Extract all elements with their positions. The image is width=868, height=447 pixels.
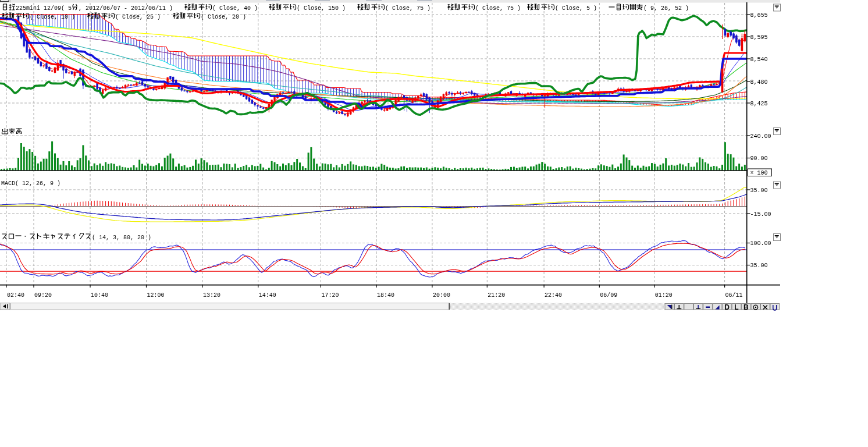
svg-text:MACD( 12, 26, 9 ): MACD( 12, 26, 9 ) [1, 180, 61, 187]
svg-text:D: D [724, 303, 730, 311]
svg-text:02:40: 02:40 [7, 292, 24, 299]
svg-text:-15.00: -15.00 [750, 211, 771, 218]
svg-text:( Close, 5 ): ( Close, 5 ) [555, 5, 597, 12]
svg-text:17:20: 17:20 [321, 292, 339, 299]
svg-text:( Close, 75 ): ( Close, 75 ) [475, 5, 521, 12]
svg-text:35.00: 35.00 [750, 187, 768, 194]
svg-text:8,540: 8,540 [750, 56, 768, 63]
svg-text:240.00: 240.00 [750, 133, 771, 140]
svg-text:8,655: 8,655 [750, 12, 768, 19]
svg-text:225mini 12/09( 5: 225mini 12/09( 5 [16, 5, 72, 12]
svg-text:21:20: 21:20 [488, 292, 505, 299]
svg-text:( Close, 20 ): ( Close, 20 ) [201, 13, 246, 20]
svg-text:( Close, 40 ): ( Close, 40 ) [212, 5, 258, 12]
svg-text:× 100: × 100 [750, 169, 768, 176]
svg-text:( 9, 26, 52 ): ( 9, 26, 52 ) [643, 5, 689, 12]
svg-text:( Close, 10 ): ( Close, 10 ) [30, 13, 75, 20]
svg-text:22:40: 22:40 [545, 292, 562, 299]
svg-text:90.00: 90.00 [750, 155, 768, 162]
svg-text:14:40: 14:40 [259, 292, 276, 299]
svg-text:13:20: 13:20 [203, 292, 220, 299]
svg-text:09:20: 09:20 [34, 292, 52, 299]
svg-text:( Close, 25 ): ( Close, 25 ) [115, 13, 161, 20]
svg-text:, 2012/06/07 - 2012/06/11 ): , 2012/06/07 - 2012/06/11 ) [79, 5, 173, 12]
svg-text:10:40: 10:40 [91, 292, 108, 299]
svg-text:8,595: 8,595 [750, 34, 768, 41]
svg-text:12:00: 12:00 [147, 292, 165, 299]
svg-text:8,480: 8,480 [750, 79, 768, 86]
svg-text:( Close, 75 ): ( Close, 75 ) [385, 5, 431, 12]
svg-text:01:20: 01:20 [655, 292, 673, 299]
svg-text:100.00: 100.00 [750, 240, 771, 247]
svg-text:L: L [734, 303, 738, 311]
svg-text:8,425: 8,425 [750, 100, 768, 107]
svg-text:18:40: 18:40 [377, 292, 394, 299]
svg-text:( Close, 150 ): ( Close, 150 ) [297, 5, 346, 12]
svg-text:06/11: 06/11 [725, 292, 743, 299]
svg-text:35.00: 35.00 [750, 262, 768, 269]
svg-text:06/09: 06/09 [600, 292, 617, 299]
svg-text:( 14, 3, 80, 20 ): ( 14, 3, 80, 20 ) [92, 234, 151, 241]
svg-text:B: B [744, 303, 749, 311]
svg-text:20:00: 20:00 [433, 292, 450, 299]
